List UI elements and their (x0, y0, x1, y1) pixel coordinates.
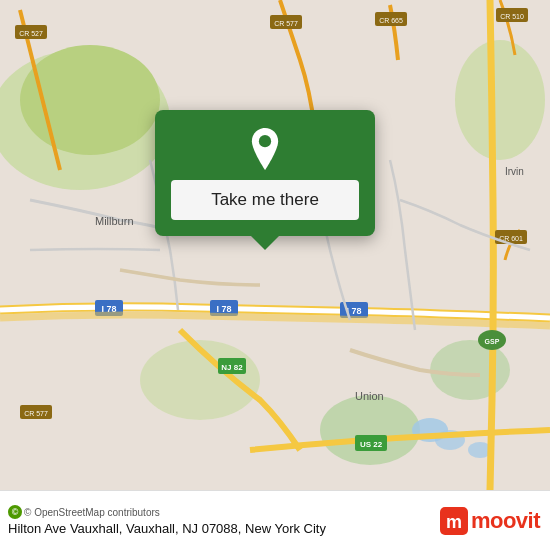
svg-text:CR 577: CR 577 (274, 20, 298, 27)
osm-logo: © (8, 505, 22, 519)
svg-point-4 (320, 395, 420, 465)
svg-text:Millburn: Millburn (95, 215, 134, 227)
location-popup: Take me there (155, 110, 375, 236)
svg-text:Union: Union (355, 390, 384, 402)
svg-text:m: m (446, 512, 462, 532)
take-me-there-button[interactable]: Take me there (171, 180, 359, 220)
moovit-icon: m (440, 507, 468, 535)
svg-text:CR 527: CR 527 (19, 30, 43, 37)
svg-text:NJ 82: NJ 82 (221, 363, 243, 372)
svg-point-37 (259, 135, 271, 147)
svg-text:I 78: I 78 (216, 304, 231, 314)
bottom-left-info: © © OpenStreetMap contributors Hilton Av… (8, 505, 326, 536)
location-pin-icon (244, 128, 286, 170)
svg-text:Irvin: Irvin (505, 166, 524, 177)
svg-text:CR 665: CR 665 (379, 17, 403, 24)
map-container: I 78 I 78 I 78 NJ 82 US 22 GSP CR 527 CR… (0, 0, 550, 490)
svg-text:GSP: GSP (485, 338, 500, 345)
svg-point-6 (455, 40, 545, 160)
svg-text:CR 577: CR 577 (24, 410, 48, 417)
bottom-bar: © © OpenStreetMap contributors Hilton Av… (0, 490, 550, 550)
svg-text:CR 510: CR 510 (500, 13, 524, 20)
address-text: Hilton Ave Vauxhall, Vauxhall, NJ 07088,… (8, 521, 326, 536)
moovit-text: moovit (471, 508, 540, 534)
moovit-logo: m moovit (440, 507, 540, 535)
svg-text:US 22: US 22 (360, 440, 383, 449)
osm-text: © OpenStreetMap contributors (24, 507, 160, 518)
osm-attribution: © © OpenStreetMap contributors (8, 505, 326, 519)
